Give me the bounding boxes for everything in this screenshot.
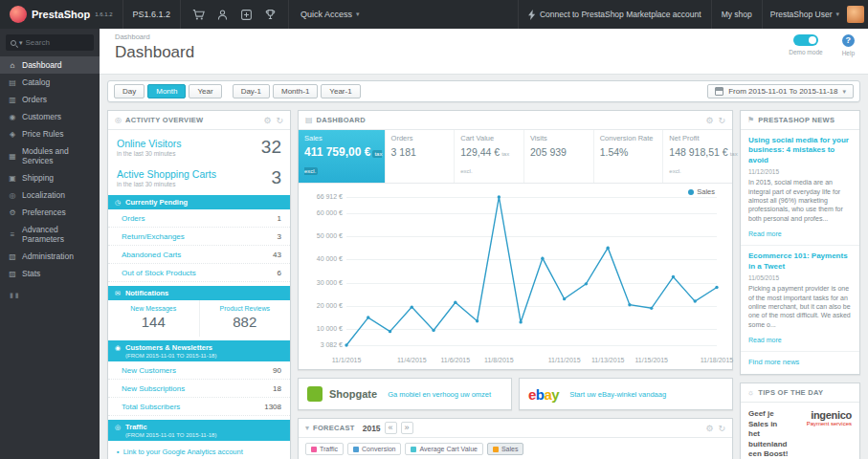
row-link[interactable]: New Customers xyxy=(122,366,176,375)
sidebar-item-localization[interactable]: ◎Localization xyxy=(0,186,100,204)
sidebar-item-modules[interactable]: ▦Modules and Services xyxy=(0,142,100,169)
read-more-link[interactable]: Read more xyxy=(748,337,782,343)
row-link[interactable]: Orders xyxy=(122,214,145,223)
sidebar-search[interactable]: ▾ xyxy=(6,34,94,51)
news-article-date: 11/05/2015 xyxy=(748,274,852,281)
forecast-legend-traffic[interactable]: Traffic xyxy=(305,443,344,455)
row-link[interactable]: Abandoned Carts xyxy=(122,251,181,259)
sidebar-item-stats[interactable]: ▨Stats xyxy=(0,265,100,282)
help-icon[interactable]: ? xyxy=(842,34,855,47)
preferences-icon: ⚙ xyxy=(8,208,17,217)
row-link[interactable]: Total Subscribers xyxy=(122,403,180,411)
quick-access-menu[interactable]: Quick Access ▾ xyxy=(288,0,371,29)
main-content: Dashboard Dashboard Demo mode ? Help Day… xyxy=(100,29,868,459)
refresh-icon[interactable]: ↻ xyxy=(276,116,283,125)
customer-icon[interactable] xyxy=(216,9,229,21)
row-value: 18 xyxy=(273,384,281,393)
new-messages-stat[interactable]: New Messages 144 xyxy=(108,300,199,337)
collapse-chevron-icon[interactable]: ▾ xyxy=(305,424,309,432)
sidebar-item-customers[interactable]: ◉Customers xyxy=(0,108,100,125)
filter-year-button[interactable]: Year xyxy=(189,84,221,98)
forecast-prev-button[interactable]: « xyxy=(385,422,397,434)
demo-mode-control: Demo mode xyxy=(789,34,822,56)
section-title: Customers & Newsletters xyxy=(125,343,212,352)
sidebar-item-label: Shipping xyxy=(22,173,54,183)
sidebar-item-orders[interactable]: ▥Orders xyxy=(0,91,100,108)
refresh-icon[interactable]: ↻ xyxy=(718,116,725,125)
metric-subtitle: in the last 30 minutes xyxy=(117,181,216,187)
date-range-picker[interactable]: From 2015-11-01 To 2015-11-18 ▾ xyxy=(707,84,854,98)
prestashop-logo[interactable]: PrestaShop 1.6.1.2 xyxy=(0,0,122,29)
kpi-conversion-rate[interactable]: Conversion Rate 1.54% xyxy=(594,130,664,183)
filter-year-1-button[interactable]: Year-1 xyxy=(321,84,360,98)
ebay-promo-link[interactable]: Start uw eBay-winkel vandaag xyxy=(569,390,666,399)
forecast-legend-average-cart-value[interactable]: Average Cart Value xyxy=(405,443,482,455)
sidebar-item-dashboard[interactable]: ⌂Dashboard xyxy=(0,56,100,74)
user-menu[interactable]: PrestaShop User ▾ xyxy=(762,0,847,29)
tip-heading: Geef je Sales in het buitenland een Boos… xyxy=(748,409,790,459)
cart-icon[interactable] xyxy=(192,9,205,21)
user-avatar[interactable] xyxy=(847,6,864,23)
news-article-title-link[interactable]: Ecommerce 101: Payments in a Tweet xyxy=(748,251,852,272)
shopgate-promo-link[interactable]: Ga mobiel en verhoog uw omzet xyxy=(388,390,491,399)
forecast-legend-conversion[interactable]: Conversion xyxy=(347,443,401,455)
marketplace-connect-link[interactable]: Connect to PrestaShop Marketplace accoun… xyxy=(518,0,711,29)
clock-icon: ◷ xyxy=(115,199,121,207)
search-scope-chevron-icon[interactable]: ▾ xyxy=(19,39,23,47)
pending-row-returns: Return/Exchanges3 xyxy=(108,228,290,246)
kpi-net-profit[interactable]: Net Profit 148 918,51 €tax excl. xyxy=(663,130,732,183)
search-input[interactable] xyxy=(26,38,89,47)
filter-month-button[interactable]: Month xyxy=(147,84,186,98)
row-value: 1308 xyxy=(264,403,281,411)
my-shop-link[interactable]: My shop xyxy=(711,0,762,29)
news-article: Using social media for your business: 4 … xyxy=(741,130,859,246)
online-visitors-link[interactable]: Online Visitors xyxy=(117,138,182,149)
activity-overview-title: Activity overview xyxy=(125,116,204,124)
ebay-logo: ebay xyxy=(528,386,559,403)
trophy-icon[interactable] xyxy=(264,9,277,21)
refresh-icon[interactable]: ↻ xyxy=(718,424,725,433)
forecast-next-button[interactable]: » xyxy=(401,422,413,434)
gear-icon[interactable]: ⚙ xyxy=(705,116,713,125)
sidebar-item-price-rules[interactable]: ◈Price Rules xyxy=(0,125,100,142)
filter-month-1-button[interactable]: Month-1 xyxy=(273,84,318,98)
news-article-title-link[interactable]: Using social media for your business: 4 … xyxy=(748,136,852,165)
read-more-link[interactable]: Read more xyxy=(748,230,782,237)
localization-icon: ◎ xyxy=(8,191,17,200)
sidebar-item-preferences[interactable]: ⚙Preferences xyxy=(0,204,100,221)
customers-row-new-subscriptions: New Subscriptions18 xyxy=(108,380,290,398)
advanced-parameters-icon: ≡ xyxy=(8,230,17,239)
row-link[interactable]: Out of Stock Products xyxy=(122,269,196,277)
sidebar-item-shipping[interactable]: ▣Shipping xyxy=(0,169,100,186)
sales-chart-plot[interactable] xyxy=(346,197,717,346)
kpi-cart-value[interactable]: Cart Value 129,44 €tax excl. xyxy=(455,130,524,183)
sidebar-item-catalog[interactable]: ▤Catalog xyxy=(0,74,100,91)
kpi-visits[interactable]: Visits 205 939 xyxy=(524,130,594,183)
kpi-orders[interactable]: Orders 3 181 xyxy=(386,130,456,183)
active-carts-link[interactable]: Active Shopping Carts xyxy=(117,168,216,180)
row-link[interactable]: Return/Exchanges xyxy=(122,232,185,241)
shopgate-promo-card[interactable]: Shopgate Ga mobiel en verhoog uw omzet xyxy=(298,378,512,410)
product-reviews-stat[interactable]: Product Reviews 882 xyxy=(199,300,291,337)
sidebar-item-administration[interactable]: ▧Administration xyxy=(0,248,100,265)
date-range-label: From 2015-11-01 To 2015-11-18 xyxy=(728,87,837,96)
marketplace-connect-label: Connect to PrestaShop Marketplace accoun… xyxy=(540,10,701,19)
notifications-columns: New Messages 144 Product Reviews 882 xyxy=(108,300,290,337)
demo-mode-toggle[interactable] xyxy=(793,34,818,46)
filter-day-1-button[interactable]: Day-1 xyxy=(233,84,270,98)
find-more-news-link[interactable]: Find more news xyxy=(741,352,859,374)
gear-icon[interactable]: ⚙ xyxy=(705,424,713,433)
gear-icon[interactable]: ⚙ xyxy=(263,116,271,125)
kpi-sales[interactable]: Sales 411 759,00 €tax excl. xyxy=(299,130,386,183)
add-product-icon[interactable] xyxy=(240,9,253,21)
sidebar-item-advanced-parameters[interactable]: ≡Advanced Parameters xyxy=(0,221,100,248)
ebay-promo-card[interactable]: ebay Start uw eBay-winkel vandaag xyxy=(519,378,733,410)
filter-day-button[interactable]: Day xyxy=(114,84,145,98)
news-article-excerpt: In 2015, social media are an integral pa… xyxy=(748,178,852,223)
google-analytics-link[interactable]: ▪ Link to your Google Analytics account xyxy=(108,441,290,459)
google-analytics-link-label: Link to your Google Analytics account xyxy=(123,448,243,456)
forecast-year-select[interactable]: 2015 xyxy=(363,424,381,433)
forecast-legend-sales[interactable]: Sales xyxy=(487,443,524,455)
sidebar-collapse-button[interactable]: ▮▮ xyxy=(0,282,100,309)
row-link[interactable]: New Subscriptions xyxy=(122,384,185,393)
